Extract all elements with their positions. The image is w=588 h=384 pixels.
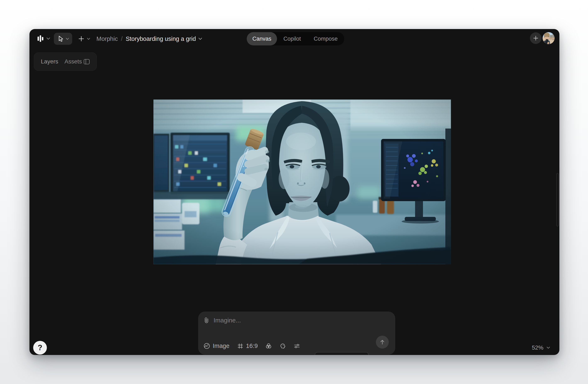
header-right-group [530, 32, 555, 44]
breadcrumb-project[interactable]: Morphic [96, 35, 118, 42]
sidebar-panel-icon [84, 59, 90, 64]
breadcrumb-separator: / [121, 35, 123, 42]
cursor-arrow-icon [57, 35, 63, 42]
chevron-down-icon [87, 38, 90, 40]
crop-frame-icon [237, 343, 243, 349]
avatar-image [543, 32, 555, 44]
page: { "breadcrumb": { "project": "Morphic", … [0, 0, 588, 384]
vertical-scrollbar[interactable] [556, 173, 559, 226]
arrow-up-icon [379, 339, 385, 345]
prompt-input-row [204, 317, 355, 324]
chevron-down-icon [46, 37, 50, 40]
photo-vignette [153, 100, 451, 264]
chevron-down-icon [198, 38, 202, 40]
add-object-button[interactable] [76, 33, 92, 44]
help-button[interactable]: ? [33, 341, 47, 355]
settings-sliders-button[interactable] [294, 343, 300, 349]
breadcrumb-page-label: Storyboarding using a grid [126, 35, 196, 42]
panel-tab-layers[interactable]: Layers [41, 58, 58, 65]
paperclip-icon [204, 317, 210, 324]
submit-prompt-button[interactable] [376, 336, 389, 349]
head-profile-icon [279, 343, 286, 349]
aspect-ratio-label: 16:9 [246, 342, 258, 349]
panel-tab-assets[interactable]: Assets [64, 58, 82, 65]
chevron-down-icon [546, 346, 550, 349]
sliders-icon [294, 343, 300, 349]
plus-icon [533, 35, 538, 41]
model-selector-button[interactable] [265, 343, 272, 349]
horizontal-scrollbar[interactable] [315, 352, 369, 355]
plus-icon [78, 36, 84, 42]
prompt-bar: Image 16:9 [198, 312, 395, 355]
scientist-lab-illustration [153, 100, 451, 264]
tab-compose[interactable]: Compose [307, 32, 344, 45]
view-mode-tabs: Canvas Copilot Compose [247, 32, 344, 45]
canvas-image-scientist[interactable] [153, 100, 451, 264]
attach-button[interactable] [204, 317, 210, 324]
logo-menu-button[interactable] [36, 33, 51, 44]
zoom-level-value: 52% [532, 344, 544, 351]
panel-toggle-button[interactable] [84, 59, 90, 64]
tab-copilot[interactable]: Copilot [277, 32, 307, 45]
image-circle-icon [204, 343, 210, 349]
new-project-button[interactable] [530, 32, 542, 44]
help-label: ? [38, 343, 42, 352]
prompt-controls-row: Image 16:9 [204, 342, 308, 349]
chevron-down-icon [66, 38, 69, 40]
logo-icon [38, 35, 43, 42]
swirl-knot-icon [265, 343, 272, 349]
persona-button[interactable] [279, 343, 286, 349]
mode-label: Image [213, 342, 230, 349]
app-window: Morphic / Storyboarding using a grid Can… [29, 29, 559, 355]
left-panel: Layers Assets [34, 52, 97, 71]
aspect-ratio-button[interactable]: 16:9 [237, 342, 258, 349]
mode-selector-button[interactable]: Image [204, 342, 230, 349]
tab-canvas[interactable]: Canvas [247, 32, 277, 45]
breadcrumb-page-selector[interactable]: Storyboarding using a grid [126, 35, 202, 42]
select-tool-button[interactable] [54, 33, 72, 45]
zoom-level-control[interactable]: 52% [532, 343, 550, 352]
user-avatar[interactable] [543, 32, 555, 44]
prompt-input[interactable] [213, 317, 355, 324]
breadcrumb: Morphic / Storyboarding using a grid [96, 29, 202, 48]
